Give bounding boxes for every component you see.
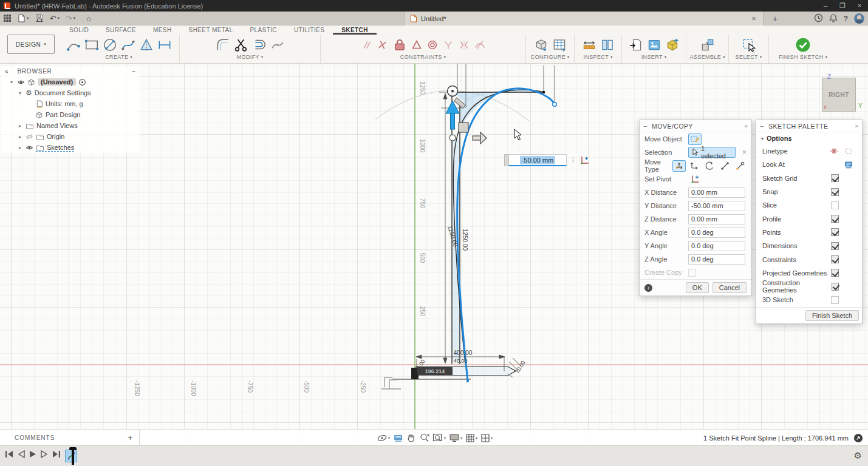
plane-move-handle[interactable]: [459, 123, 468, 132]
circle-tool-icon[interactable]: [102, 37, 118, 53]
y-angle-input[interactable]: [688, 241, 745, 251]
sketch-point[interactable]: [542, 91, 545, 94]
dimensions-checkbox[interactable]: [831, 242, 839, 250]
tab-surface[interactable]: SURFACE: [97, 25, 145, 35]
undo-button[interactable]: ↶ ▾: [47, 12, 63, 25]
constraints-checkbox[interactable]: [831, 255, 839, 263]
document-tab-close-icon[interactable]: ×: [750, 14, 758, 23]
save-button[interactable]: [32, 12, 47, 25]
parallel-constraint-icon[interactable]: [360, 38, 374, 52]
new-tab-button[interactable]: +: [768, 12, 782, 25]
file-menu-button[interactable]: ▾: [15, 12, 32, 25]
fillet-tool-icon[interactable]: [215, 37, 231, 53]
create-menu[interactable]: CREATE▾: [58, 54, 179, 63]
coincident-constraint-icon[interactable]: [376, 38, 389, 52]
selection-chip[interactable]: 1 selected: [688, 147, 736, 158]
sketch-canvas[interactable]: 1250 1000 750 500 250 -1250 -1000 -750 -…: [0, 64, 868, 445]
activate-radio-icon[interactable]: [78, 78, 86, 86]
browser-item-origin[interactable]: ▸ Origin: [1, 131, 140, 142]
insert-image-icon[interactable]: [646, 37, 662, 53]
finish-sketch-icon[interactable]: [795, 37, 811, 53]
display-settings-button[interactable]: ▾: [448, 433, 463, 442]
z-distance-input[interactable]: [688, 214, 745, 225]
insert-canvas-icon[interactable]: [628, 37, 644, 53]
help-icon[interactable]: ?: [844, 15, 848, 23]
tab-solid[interactable]: SOLID: [61, 25, 97, 35]
orbit-button[interactable]: ▾: [375, 433, 391, 444]
tab-sketch[interactable]: SKETCH: [333, 25, 377, 35]
polygon-constraint-icon[interactable]: [410, 38, 423, 52]
timeline-skip-end-button[interactable]: [52, 450, 61, 458]
x-axis-arrow[interactable]: [473, 136, 480, 140]
section-analysis-icon[interactable]: [600, 37, 615, 53]
move-type-point-to-position-button[interactable]: [733, 160, 747, 172]
browser-item-part-design[interactable]: Part Design: [1, 109, 140, 120]
grid-snap-button[interactable]: ▾: [464, 433, 479, 443]
x-angle-input[interactable]: [688, 228, 745, 238]
finish-sketch-menu[interactable]: FINISH SKETCH▾: [769, 54, 837, 63]
selected-dimension-value[interactable]: 196.214: [425, 368, 445, 374]
measure-tool-icon[interactable]: [581, 37, 597, 53]
tab-sheet-metal[interactable]: SHEET METAL: [180, 25, 242, 35]
data-panel-toggle-icon[interactable]: [0, 12, 15, 25]
configure-menu[interactable]: CONFIGURE▾: [526, 54, 574, 63]
construction-toggle-icon[interactable]: [844, 146, 853, 156]
browser-minimize-icon[interactable]: −: [132, 68, 136, 75]
z-angle-input[interactable]: [688, 254, 745, 265]
browser-item-document-settings[interactable]: ▾ ⚙ Document Settings: [1, 87, 140, 98]
select-tool-icon[interactable]: [741, 37, 757, 53]
window-maximize-button[interactable]: ❐: [834, 2, 851, 10]
concentric-constraint-icon[interactable]: [426, 38, 439, 52]
trim-tool-icon[interactable]: [233, 37, 249, 53]
look-at-button[interactable]: [392, 433, 405, 442]
offset-tool-icon[interactable]: [251, 37, 267, 53]
browser-item-named-views[interactable]: ▸ Named Views: [1, 120, 140, 131]
move-type-translate-button[interactable]: [688, 160, 701, 172]
options-section-header[interactable]: ▾ Options: [756, 132, 862, 144]
comments-panel[interactable]: COMMENTS +: [0, 430, 140, 446]
pan-button[interactable]: [405, 433, 417, 443]
points-checkbox[interactable]: [831, 228, 839, 236]
visibility-off-eye-icon[interactable]: [26, 133, 33, 141]
dimension-tool-icon[interactable]: [157, 37, 173, 53]
cancel-button[interactable]: Cancel: [713, 282, 747, 293]
manipulator-origin[interactable]: [449, 135, 456, 141]
browser-item-unsaved[interactable]: ▾ (Unsaved): [1, 76, 140, 87]
fit-button[interactable]: ▾: [431, 433, 447, 443]
notifications-bell-icon[interactable]: [829, 13, 838, 24]
timeline-settings-gear-icon[interactable]: ⚙: [854, 450, 862, 461]
window-minimize-button[interactable]: –: [817, 2, 834, 10]
collapse-icon[interactable]: −: [643, 123, 652, 130]
timeline-skip-start-button[interactable]: [5, 450, 13, 458]
browser-item-units[interactable]: Units: mm, g: [1, 98, 140, 109]
mirror-tool-icon[interactable]: [138, 37, 154, 53]
assistant-icon[interactable]: [853, 433, 863, 443]
timeline-step-back-button[interactable]: [18, 450, 25, 458]
zoom-button[interactable]: [418, 433, 431, 443]
timeline-play-button[interactable]: [29, 450, 36, 458]
timeline-step-forward-button[interactable]: [41, 450, 48, 458]
window-close-button[interactable]: ×: [851, 2, 868, 10]
select-menu[interactable]: SELECT▾: [729, 54, 768, 63]
move-distance-input[interactable]: -50.00 mm: [508, 154, 567, 166]
viewcube[interactable]: RIGHT: [822, 78, 856, 112]
move-type-free-button[interactable]: [672, 160, 686, 172]
selected-spline[interactable]: [457, 89, 555, 381]
move-type-point-to-point-button[interactable]: [718, 160, 731, 172]
finish-sketch-button[interactable]: Finish Sketch: [805, 310, 859, 321]
symmetry-constraint-icon[interactable]: [457, 38, 471, 52]
pivot-icon[interactable]: [579, 155, 590, 166]
projected-geometries-checkbox[interactable]: [831, 269, 839, 277]
tab-mesh[interactable]: MESH: [145, 25, 180, 35]
job-status-icon[interactable]: [814, 13, 823, 24]
collapse-icon[interactable]: −: [760, 123, 768, 130]
profile-checkbox[interactable]: [831, 215, 839, 223]
workspace-switcher-button[interactable]: DESIGN ▾: [7, 35, 55, 54]
tab-plastic[interactable]: PLASTIC: [242, 25, 285, 35]
y-axis-arrow[interactable]: [451, 113, 455, 129]
constraints-menu[interactable]: CONSTRAINTS▾: [321, 54, 525, 63]
new-component-icon[interactable]: [700, 37, 716, 53]
info-icon[interactable]: i: [644, 284, 652, 292]
snap-checkbox[interactable]: [831, 188, 839, 196]
timeline-position-marker[interactable]: [72, 447, 74, 465]
